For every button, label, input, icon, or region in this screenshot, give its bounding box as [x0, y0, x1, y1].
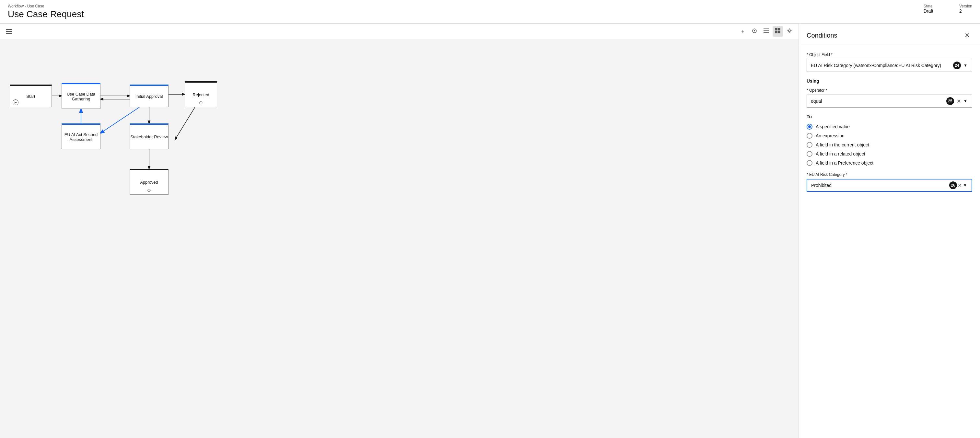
connect-button[interactable]: [749, 26, 760, 36]
eu-risk-label: * EU AI Risk Category *: [807, 172, 972, 177]
canvas-area: +: [0, 24, 799, 438]
eu-risk-badge: 26: [949, 181, 957, 189]
object-field-label: * Object Field *: [807, 52, 972, 57]
radio-preference-label: A field in a Preference object: [816, 160, 873, 165]
panel-header: Conditions ✕: [799, 24, 980, 46]
operator-actions: ✕ ▼: [956, 97, 968, 105]
workflow-canvas: Start ▶ Use Case Data Gathering Initial …: [0, 39, 799, 438]
connect-icon: [752, 28, 757, 35]
approved-icon: ⊙: [147, 187, 151, 193]
header-left: Workflow - Use Case Use Case Request: [8, 4, 924, 19]
svg-rect-1: [6, 31, 12, 32]
radio-expression-label: An expression: [816, 133, 845, 138]
panel-close-button[interactable]: ✕: [962, 30, 972, 41]
svg-rect-0: [6, 29, 12, 30]
canvas-content: Start ▶ Use Case Data Gathering Initial …: [0, 39, 799, 438]
operator-select[interactable]: equal 25 ✕ ▼: [807, 95, 972, 108]
gear-icon: [787, 28, 792, 35]
panel-body: * Object Field * EU AI Risk Category (wa…: [799, 46, 980, 438]
grid-view-button[interactable]: [773, 26, 783, 36]
grid-icon: [775, 28, 780, 35]
svg-rect-5: [764, 29, 769, 29]
using-group: Using * Operator * equal 25 ✕ ▼: [807, 78, 972, 108]
svg-rect-9: [778, 28, 780, 30]
object-field-caret[interactable]: ▼: [963, 62, 968, 68]
object-field-group: * Object Field * EU AI Risk Category (wa…: [807, 52, 972, 72]
eu-risk-clear-button[interactable]: ✕: [957, 182, 963, 189]
start-play-icon: ▶: [13, 100, 19, 105]
svg-rect-6: [764, 30, 769, 31]
main-container: +: [0, 24, 980, 438]
to-group: To A specified value An expression A fie…: [807, 114, 972, 166]
plus-icon: +: [741, 29, 744, 34]
operator-label: * Operator *: [807, 88, 972, 93]
svg-rect-7: [764, 32, 769, 33]
to-label: To: [807, 114, 972, 119]
object-field-value: EU AI Risk Category (watsonx-Compliance:…: [811, 63, 953, 68]
workflow-node-rejected[interactable]: Rejected ⊙: [185, 81, 217, 107]
svg-point-4: [754, 30, 755, 32]
workflow-node-approval[interactable]: Initial Approval: [130, 84, 169, 107]
radio-current-circle: [807, 142, 813, 148]
workflow-node-stakeholder[interactable]: Stakeholder Review: [130, 124, 169, 149]
to-radio-group: A specified value An expression A field …: [807, 124, 972, 166]
list-view-button[interactable]: [761, 26, 771, 36]
svg-rect-10: [775, 31, 778, 33]
conditions-panel: Conditions ✕ * Object Field * EU AI Risk…: [799, 24, 980, 438]
object-field-actions: ▼: [963, 62, 968, 68]
eu-risk-input-container[interactable]: 26 ✕ ▼: [807, 179, 972, 192]
state-meta: State Draft: [924, 4, 933, 14]
operator-clear-button[interactable]: ✕: [956, 97, 961, 105]
state-label: State: [924, 4, 933, 8]
radio-current-label: A field in the current object: [816, 142, 869, 148]
workflow-node-eu-act[interactable]: EU AI Act Second Assessment: [62, 124, 100, 149]
page-title: Use Case Request: [8, 9, 924, 19]
svg-rect-11: [778, 31, 780, 33]
svg-rect-8: [775, 28, 778, 30]
radio-expression[interactable]: An expression: [807, 133, 972, 139]
operator-caret[interactable]: ▼: [963, 98, 968, 104]
radio-related-label: A field in a related object: [816, 151, 865, 157]
operator-value: equal: [811, 98, 946, 104]
version-label: Version: [959, 4, 972, 8]
workflow-node-gathering[interactable]: Use Case Data Gathering: [62, 83, 100, 109]
object-field-badge: 24: [953, 62, 961, 69]
radio-preference-circle: [807, 160, 813, 166]
state-value: Draft: [924, 8, 933, 14]
object-field-select[interactable]: EU AI Risk Category (watsonx-Compliance:…: [807, 59, 972, 72]
arrows-layer: [0, 39, 799, 438]
radio-specified[interactable]: A specified value: [807, 124, 972, 130]
operator-badge: 25: [946, 97, 954, 105]
workflow-node-start[interactable]: Start ▶: [10, 84, 52, 107]
workflow-node-approved[interactable]: Approved ⊙: [130, 169, 169, 195]
sidebar-toggle-button[interactable]: [4, 26, 14, 36]
radio-preference[interactable]: A field in a Preference object: [807, 160, 972, 166]
header-meta: State Draft Version 2: [924, 4, 972, 14]
list-icon: [764, 29, 769, 34]
settings-button[interactable]: [784, 26, 795, 36]
version-meta: Version 2: [959, 4, 972, 14]
svg-point-12: [789, 30, 791, 32]
radio-related[interactable]: A field in a related object: [807, 151, 972, 157]
rejected-icon: ⊙: [199, 100, 203, 105]
version-value: 2: [959, 8, 972, 14]
eu-risk-group: * EU AI Risk Category * 26 ✕ ▼: [807, 172, 972, 192]
radio-related-circle: [807, 151, 813, 157]
canvas-toolbar: +: [0, 24, 799, 39]
radio-current[interactable]: A field in the current object: [807, 142, 972, 148]
header: Workflow - Use Case Use Case Request Sta…: [0, 0, 980, 24]
eu-risk-input[interactable]: [811, 183, 947, 188]
close-icon: ✕: [964, 32, 970, 39]
svg-rect-2: [6, 33, 12, 34]
radio-specified-circle: [807, 124, 813, 130]
radio-specified-label: A specified value: [816, 124, 850, 129]
eu-risk-caret[interactable]: ▼: [963, 182, 968, 188]
header-subtitle: Workflow - Use Case: [8, 4, 924, 8]
add-button[interactable]: +: [738, 26, 748, 36]
panel-title: Conditions: [807, 32, 837, 39]
radio-expression-circle: [807, 133, 813, 139]
using-label: Using: [807, 78, 972, 84]
